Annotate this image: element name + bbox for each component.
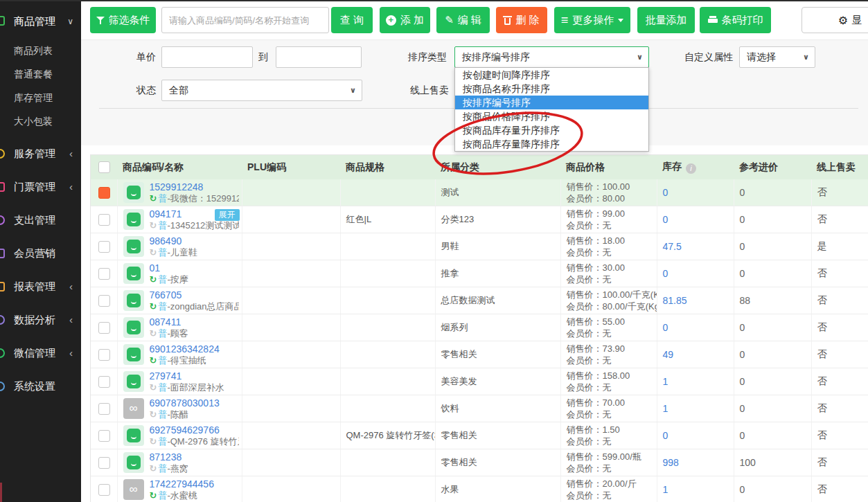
edit-button[interactable]: 编 辑 (436, 7, 490, 33)
column-header-label: 商品价格 (566, 161, 605, 172)
more-actions-button[interactable]: 更多操作 (554, 7, 630, 33)
select-all-checkbox[interactable] (98, 161, 110, 173)
custom-attr-select[interactable]: 请选择 (739, 46, 815, 68)
expand-badge[interactable]: 展开 (215, 209, 240, 221)
product-spec (340, 449, 435, 476)
product-code-link[interactable]: 01 (150, 262, 188, 274)
unit-price-min-input[interactable] (161, 46, 253, 68)
plu-code (242, 422, 340, 449)
row-checkbox[interactable] (98, 241, 110, 253)
ticket-icon (0, 182, 5, 192)
query-button[interactable]: 查 询 (331, 7, 373, 33)
sort-option[interactable]: 按商品价格降序排序 (455, 109, 648, 123)
stock-link[interactable]: 0 (657, 260, 734, 287)
sidebar-item-product-management[interactable]: 商品管理 ∨ (0, 12, 81, 30)
product-name: -陈醋 (167, 409, 188, 420)
product-code-link[interactable]: 174227944456 (150, 478, 214, 490)
product-category: 零售相关 (435, 341, 560, 368)
unit-price-max-input[interactable] (276, 46, 362, 68)
product-code-link[interactable]: 087411 (150, 316, 188, 328)
sidebar-sub-item[interactable]: 商品列表 (0, 39, 81, 62)
stock-link[interactable]: 1 (657, 476, 734, 502)
row-checkbox[interactable] (98, 187, 110, 199)
product-spec (340, 260, 435, 287)
product-category: 水果 (435, 476, 560, 502)
sidebar-item[interactable]: 微信管理‹ (0, 337, 81, 370)
product-code-link[interactable]: 1529912248 (150, 181, 239, 193)
type-tag: 普 (158, 274, 167, 285)
sidebar-item[interactable]: 会员营销 (0, 237, 81, 270)
add-button[interactable]: 添 加 (380, 7, 430, 33)
sidebar-item[interactable]: 服务管理‹ (0, 137, 81, 170)
stock-link[interactable]: 1 (657, 395, 734, 422)
service-icon (0, 149, 5, 159)
member-price: 会员价：无 (567, 463, 651, 474)
sidebar-submenu: 商品列表普通套餐库存管理大小包装 (0, 39, 81, 133)
sort-type-select[interactable]: 按排序编号排序 (454, 46, 649, 68)
stock-link[interactable]: 0 (657, 314, 734, 341)
product-code-link[interactable]: 279741 (150, 370, 224, 382)
type-tag: 普 (158, 409, 167, 420)
row-checkbox[interactable] (98, 349, 110, 361)
product-name: -按摩 (167, 274, 188, 285)
sort-option[interactable]: 按创建时间降序排序 (455, 68, 648, 82)
product-code-link[interactable]: 6901236342824 (150, 343, 220, 355)
sidebar-item-label: 微信管理 (14, 347, 55, 359)
product-code-link[interactable]: 986490 (150, 235, 197, 247)
sidebar-item[interactable]: 数据分析‹ (0, 303, 81, 337)
sidebar-item[interactable]: 报表管理‹ (0, 270, 81, 303)
sidebar-sub-item[interactable]: 大小包装 (0, 109, 81, 133)
sort-option[interactable]: 按商品名称升序排序 (455, 82, 648, 96)
delete-button[interactable]: 删 除 (496, 7, 547, 33)
sidebar-item[interactable]: 门票管理‹ (0, 170, 81, 204)
row-checkbox[interactable] (98, 403, 110, 415)
plu-code (242, 341, 340, 368)
product-code-link[interactable]: 6927594629766 (150, 424, 239, 436)
row-checkbox[interactable] (98, 457, 110, 469)
stock-link[interactable]: 0 (657, 422, 734, 449)
stock-link[interactable]: 81.85 (657, 287, 734, 314)
product-category: 推拿 (435, 260, 560, 287)
sort-option[interactable]: 按商品库存量升序排序 (455, 123, 648, 137)
row-checkbox[interactable] (98, 295, 110, 307)
row-checkbox[interactable] (98, 268, 110, 280)
refresh-icon (150, 437, 157, 447)
sort-option[interactable]: 按商品库存量降序排序 (455, 137, 648, 151)
stock-link[interactable]: 1 (657, 368, 734, 395)
row-checkbox[interactable] (98, 322, 110, 334)
sidebar-item-label: 系统设置 (14, 380, 55, 392)
stock-link[interactable]: 49 (657, 341, 734, 368)
display-settings-button[interactable]: 显 (801, 7, 868, 33)
sort-option[interactable]: 按排序编号排序 (455, 96, 648, 109)
stock-link[interactable]: 998 (657, 449, 734, 476)
sidebar-item[interactable]: 系统设置 (0, 370, 81, 403)
product-category: 零售相关 (435, 422, 560, 449)
sidebar-sub-item[interactable]: 库存管理 (0, 86, 81, 109)
filter-conditions-button[interactable]: 筛选条件 (90, 7, 156, 33)
sale-price: 销售价：100.00 (567, 181, 651, 192)
sidebar-sub-item[interactable]: 普通套餐 (0, 62, 81, 86)
product-code-link[interactable]: 871238 (150, 451, 188, 463)
sale-price: 销售价：100.00/千克(Kg) (567, 289, 651, 301)
product-bag-icon (123, 425, 144, 446)
row-checkbox[interactable] (98, 214, 110, 226)
row-checkbox[interactable] (98, 430, 110, 442)
barcode-print-button[interactable]: 条码打印 (700, 7, 771, 33)
search-input[interactable] (161, 7, 329, 33)
row-checkbox[interactable] (98, 376, 110, 388)
chevron-left-icon: ‹ (69, 303, 73, 337)
left-red-strip (0, 483, 2, 502)
product-code-link[interactable]: 766705 (150, 289, 239, 301)
stock-link[interactable]: 47.5 (657, 233, 734, 260)
stock-link[interactable]: 0 (657, 179, 734, 206)
batch-add-button[interactable]: 批量添加 (637, 7, 695, 33)
product-code-link[interactable]: 6907878030013 (150, 397, 220, 409)
product-bag-icon (123, 317, 144, 338)
plu-code (242, 476, 340, 502)
sidebar-item-label: 支出管理 (14, 214, 55, 226)
stock-link[interactable]: 0 (657, 206, 734, 233)
sidebar-item[interactable]: 支出管理 (0, 204, 81, 237)
row-checkbox[interactable] (98, 484, 110, 496)
status-select[interactable]: 全部 (161, 80, 362, 101)
refresh-icon (150, 248, 157, 258)
